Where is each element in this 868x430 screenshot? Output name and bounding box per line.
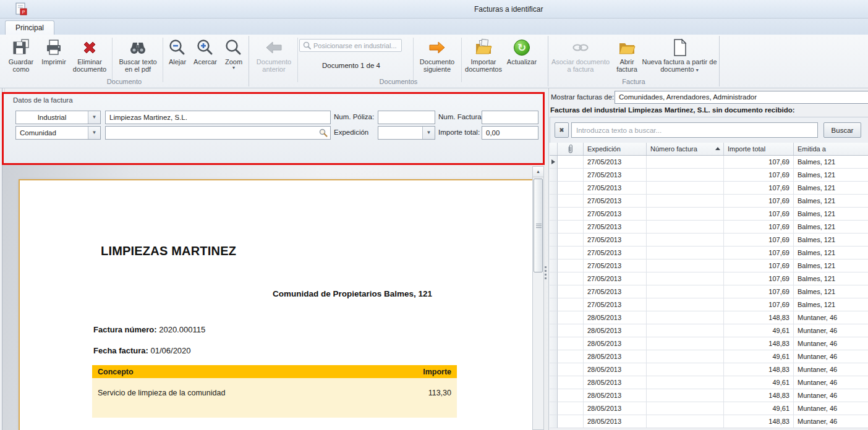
table-row[interactable]: 27/05/2013 107,69 Balmes, 121 <box>550 285 868 298</box>
numero-factura-cell <box>647 415 724 428</box>
attachment-column-header[interactable] <box>558 143 584 155</box>
panel-splitter[interactable] <box>545 266 547 281</box>
chevron-down-icon[interactable]: ▼ <box>88 111 100 124</box>
guardar-como-button[interactable]: Guardar como <box>4 36 38 73</box>
new-document-icon <box>642 36 717 58</box>
buscar-texto-button[interactable]: Buscar texto en el pdf <box>114 36 161 73</box>
expedicion-cell: 28/05/2013 <box>584 324 647 337</box>
table-row[interactable]: 27/05/2013 107,69 Balmes, 121 <box>550 298 868 311</box>
row-selector-cell[interactable] <box>550 311 558 324</box>
numero-factura-cell <box>647 389 724 402</box>
imprimir-button[interactable]: Imprimir <box>38 36 69 65</box>
attachment-cell <box>558 389 584 402</box>
importe-cell: 113,30 <box>428 389 451 397</box>
row-selector-cell[interactable] <box>550 402 558 415</box>
numero-factura-cell <box>647 169 724 182</box>
row-selector-cell[interactable] <box>550 259 558 272</box>
row-selector-cell[interactable] <box>550 221 558 234</box>
table-row[interactable]: 27/05/2013 107,69 Balmes, 121 <box>550 272 868 285</box>
comunidad-search-input[interactable] <box>106 129 318 137</box>
row-selector-cell[interactable] <box>550 324 558 337</box>
expedicion-column-header[interactable]: Expedición <box>584 143 647 155</box>
ribbon-separator <box>163 38 163 82</box>
eliminar-documento-button[interactable]: Eliminar documento <box>69 36 110 73</box>
num-poliza-field[interactable] <box>378 111 435 124</box>
tab-principal[interactable]: Principal <box>5 20 54 35</box>
row-selector-cell[interactable] <box>550 195 558 208</box>
row-selector-cell[interactable] <box>550 363 558 376</box>
document-scrollbar[interactable]: ▲ <box>532 166 544 430</box>
row-selector-cell[interactable] <box>550 182 558 195</box>
invoice-table-header: Concepto Importe <box>92 365 457 378</box>
row-selector-cell[interactable] <box>550 350 558 363</box>
table-row[interactable]: 27/05/2013 107,69 Balmes, 121 <box>550 156 868 169</box>
table-row[interactable]: 27/05/2013 107,69 Balmes, 121 <box>550 169 868 182</box>
search-icon[interactable] <box>318 128 328 138</box>
table-row[interactable]: 28/05/2013 49,61 Muntaner, 46 <box>550 350 868 363</box>
row-selector-cell[interactable] <box>550 298 558 311</box>
table-row[interactable]: 27/05/2013 107,69 Balmes, 121 <box>550 259 868 272</box>
row-selector-cell[interactable] <box>550 272 558 285</box>
emitida-a-column-header[interactable]: Emitida a <box>794 143 868 155</box>
importe-total-column-header[interactable]: Importe total <box>724 143 794 155</box>
table-row[interactable]: 27/05/2013 107,69 Balmes, 121 <box>550 234 868 247</box>
numero-factura-cell <box>647 234 724 247</box>
table-row[interactable]: 27/05/2013 107,69 Balmes, 121 <box>550 182 868 195</box>
grid-search-box[interactable] <box>571 122 818 138</box>
num-factura-field[interactable] <box>482 111 538 124</box>
posicionarse-search-box[interactable] <box>299 39 402 52</box>
row-selector-cell[interactable] <box>550 169 558 182</box>
grid-search-input[interactable] <box>572 123 817 137</box>
documento-siguiente-button[interactable]: Documento siguiente <box>415 36 459 73</box>
row-selector-cell[interactable] <box>550 285 558 298</box>
attachment-cell <box>558 285 584 298</box>
importe-total-field[interactable] <box>482 126 538 140</box>
nueva-factura-button[interactable]: Nueva factura a partir de documento ▾ <box>642 36 717 73</box>
documento-anterior-button[interactable]: Documento anterior <box>252 36 296 73</box>
clear-search-button[interactable]: ✖ <box>555 122 569 138</box>
scrollbar-thumb[interactable] <box>534 179 543 272</box>
table-row[interactable]: 27/05/2013 107,69 Balmes, 121 <box>550 221 868 234</box>
importar-documentos-button[interactable]: Importar documentos <box>464 36 503 73</box>
zoom-button[interactable]: Zoom ▾ <box>220 36 247 70</box>
comunidad-search-field[interactable] <box>105 126 331 140</box>
numero-factura-cell <box>647 402 724 415</box>
table-row[interactable]: 28/05/2013 49,61 Muntaner, 46 <box>550 376 868 389</box>
actualizar-button[interactable]: ↻ Actualizar <box>503 36 541 65</box>
acercar-button[interactable]: Acercar <box>190 36 220 65</box>
abrir-factura-button[interactable]: Abrir factura <box>613 36 640 73</box>
buscar-button[interactable]: Buscar <box>823 122 861 138</box>
mostrar-facturas-field[interactable]: Comunidades, Arrendadores, Administrador <box>615 91 868 104</box>
table-row[interactable]: 28/05/2013 49,61 Muntaner, 46 <box>550 402 868 415</box>
posicionarse-search-input[interactable] <box>313 42 399 49</box>
table-row[interactable]: 28/05/2013 148,83 Muntaner, 46 <box>550 337 868 350</box>
numero-factura-cell <box>647 376 724 389</box>
chevron-down-icon[interactable]: ▼ <box>422 127 435 139</box>
asociar-documento-button[interactable]: Asociar documento a factura <box>550 36 611 73</box>
chevron-down-icon[interactable]: ▼ <box>88 127 100 139</box>
row-selector-cell[interactable] <box>550 376 558 389</box>
table-row[interactable]: 28/05/2013 148,83 Muntaner, 46 <box>550 311 868 324</box>
row-selector-cell[interactable] <box>550 415 558 428</box>
table-row[interactable]: 28/05/2013 148,83 Muntaner, 46 <box>550 363 868 376</box>
table-row[interactable]: 27/05/2013 107,69 Balmes, 121 <box>550 247 868 259</box>
comunidad-selector[interactable]: Comunidad ▼ <box>15 126 101 140</box>
alejar-button[interactable]: Alejar <box>164 36 190 65</box>
numero-factura-column-header[interactable]: Número factura <box>647 143 724 155</box>
table-row[interactable]: 27/05/2013 107,69 Balmes, 121 <box>550 208 868 221</box>
row-selector-cell[interactable] <box>550 234 558 247</box>
row-selector-cell[interactable] <box>550 208 558 221</box>
row-selector-cell[interactable] <box>550 156 558 169</box>
emitida-a-cell: Muntaner, 46 <box>794 324 868 337</box>
table-row[interactable]: 27/05/2013 107,69 Balmes, 121 <box>550 195 868 208</box>
row-selector-cell[interactable] <box>550 247 558 259</box>
industrial-name-field[interactable] <box>105 111 331 124</box>
expedicion-selector[interactable]: ▼ <box>378 126 435 140</box>
scroll-up-icon[interactable]: ▲ <box>533 167 543 177</box>
table-row[interactable]: 28/05/2013 49,61 Muntaner, 46 <box>550 324 868 337</box>
industrial-selector[interactable]: Industrial ▼ <box>15 111 101 124</box>
table-row[interactable]: 28/05/2013 148,83 Muntaner, 46 <box>550 389 868 402</box>
row-selector-cell[interactable] <box>550 389 558 402</box>
table-row[interactable]: 28/05/2013 148,83 Muntaner, 46 <box>550 415 868 428</box>
row-selector-cell[interactable] <box>550 337 558 350</box>
